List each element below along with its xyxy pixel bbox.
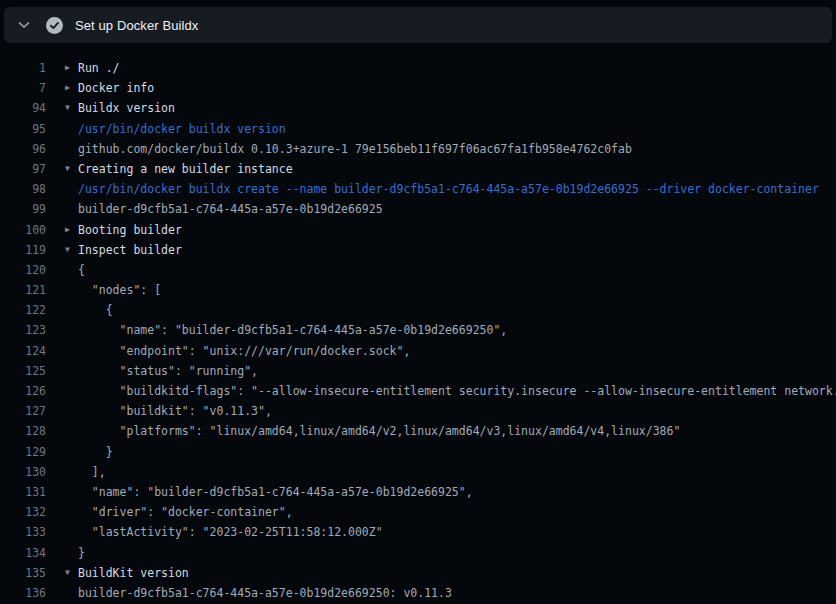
- output-text: "name": "builder-d9cfb5a1-c764-445a-a57e…: [78, 482, 473, 502]
- line-number[interactable]: 129: [0, 442, 46, 462]
- log-group-line[interactable]: 97▼Creating a new builder instance: [0, 159, 836, 179]
- log-group-line[interactable]: 100▶Booting builder: [0, 220, 836, 240]
- log-line: 122 {: [0, 300, 836, 320]
- line-number[interactable]: 131: [0, 482, 46, 502]
- log-line: 134}: [0, 543, 836, 563]
- line-number[interactable]: 94: [0, 98, 46, 118]
- log-line: 121 "nodes": [: [0, 280, 836, 300]
- log-line: 129 }: [0, 442, 836, 462]
- log-group-line[interactable]: 94▼Buildx version: [0, 98, 836, 118]
- triangle-right-icon[interactable]: ▶: [65, 58, 77, 78]
- output-text: ],: [78, 462, 106, 482]
- line-number[interactable]: 122: [0, 300, 46, 320]
- group-title[interactable]: Buildx version: [78, 98, 175, 118]
- output-text: "endpoint": "unix:///var/run/docker.sock…: [78, 341, 410, 361]
- line-number[interactable]: 125: [0, 361, 46, 381]
- line-number[interactable]: 134: [0, 543, 46, 563]
- line-number[interactable]: 124: [0, 341, 46, 361]
- line-number[interactable]: 120: [0, 260, 46, 280]
- log-line: 132 "driver": "docker-container",: [0, 502, 836, 522]
- step-header[interactable]: Set up Docker Buildx: [4, 7, 832, 43]
- line-number[interactable]: 100: [0, 220, 46, 240]
- output-text: github.com/docker/buildx 0.10.3+azure-1 …: [78, 139, 632, 159]
- line-number[interactable]: 7: [0, 78, 46, 98]
- line-number[interactable]: 128: [0, 421, 46, 441]
- output-text: "buildkit": "v0.11.3",: [78, 401, 272, 421]
- log-line: 128 "platforms": "linux/amd64,linux/amd6…: [0, 421, 836, 441]
- group-title[interactable]: Inspect builder: [78, 240, 182, 260]
- triangle-down-icon[interactable]: ▼: [65, 98, 77, 118]
- line-number[interactable]: 99: [0, 199, 46, 219]
- line-number[interactable]: 135: [0, 563, 46, 583]
- chevron-down-icon[interactable]: [16, 17, 32, 33]
- group-title[interactable]: BuildKit version: [78, 563, 189, 583]
- line-number[interactable]: 121: [0, 280, 46, 300]
- line-number[interactable]: 96: [0, 139, 46, 159]
- log-line: 136builder-d9cfb5a1-c764-445a-a57e-0b19d…: [0, 583, 836, 603]
- group-title[interactable]: Run ./: [78, 58, 120, 78]
- log-group-line[interactable]: 7▶Docker info: [0, 78, 836, 98]
- check-circle-icon: [46, 17, 63, 34]
- triangle-down-icon[interactable]: ▼: [65, 240, 77, 260]
- triangle-down-icon[interactable]: ▼: [65, 563, 77, 583]
- line-number[interactable]: 130: [0, 462, 46, 482]
- log-line: 95/usr/bin/docker buildx version: [0, 119, 836, 139]
- triangle-right-icon[interactable]: ▶: [65, 220, 77, 240]
- log-line: 98/usr/bin/docker buildx create --name b…: [0, 179, 836, 199]
- line-number[interactable]: 136: [0, 583, 46, 603]
- group-title[interactable]: Booting builder: [78, 220, 182, 240]
- line-number[interactable]: 1: [0, 58, 46, 78]
- log-line: 99builder-d9cfb5a1-c764-445a-a57e-0b19d2…: [0, 199, 836, 219]
- log-viewer: 1▶Run ./7▶Docker info94▼Buildx version95…: [0, 44, 836, 604]
- triangle-right-icon[interactable]: ▶: [65, 78, 77, 98]
- line-number[interactable]: 126: [0, 381, 46, 401]
- output-text: "nodes": [: [78, 280, 161, 300]
- group-title[interactable]: Docker info: [78, 78, 154, 98]
- output-text: "lastActivity": "2023-02-25T11:58:12.000…: [78, 522, 383, 542]
- line-number[interactable]: 95: [0, 119, 46, 139]
- line-number[interactable]: 132: [0, 502, 46, 522]
- output-text: {: [78, 300, 113, 320]
- output-text: }: [78, 543, 85, 563]
- log-line: 125 "status": "running",: [0, 361, 836, 381]
- log-line: 127 "buildkit": "v0.11.3",: [0, 401, 836, 421]
- output-text: }: [78, 442, 113, 462]
- log-line: 133 "lastActivity": "2023-02-25T11:58:12…: [0, 522, 836, 542]
- group-title[interactable]: Creating a new builder instance: [78, 159, 293, 179]
- log-line: 130 ],: [0, 462, 836, 482]
- log-line: 126 "buildkitd-flags": "--allow-insecure…: [0, 381, 836, 401]
- triangle-down-icon[interactable]: ▼: [65, 159, 77, 179]
- log-line: 123 "name": "builder-d9cfb5a1-c764-445a-…: [0, 320, 836, 340]
- output-text: builder-d9cfb5a1-c764-445a-a57e-0b19d2e6…: [78, 199, 383, 219]
- line-number[interactable]: 119: [0, 240, 46, 260]
- step-title: Set up Docker Buildx: [75, 18, 198, 33]
- log-line: 131 "name": "builder-d9cfb5a1-c764-445a-…: [0, 482, 836, 502]
- command-text: /usr/bin/docker buildx create --name bui…: [78, 179, 819, 199]
- log-line: 96github.com/docker/buildx 0.10.3+azure-…: [0, 139, 836, 159]
- line-number[interactable]: 133: [0, 522, 46, 542]
- output-text: {: [78, 260, 85, 280]
- line-number[interactable]: 98: [0, 179, 46, 199]
- output-text: "driver": "docker-container",: [78, 502, 293, 522]
- log-line: 120{: [0, 260, 836, 280]
- log-group-line[interactable]: 119▼Inspect builder: [0, 240, 836, 260]
- output-text: "platforms": "linux/amd64,linux/amd64/v2…: [78, 421, 680, 441]
- output-text: builder-d9cfb5a1-c764-445a-a57e-0b19d2e6…: [78, 583, 452, 603]
- output-text: "buildkitd-flags": "--allow-insecure-ent…: [78, 381, 836, 401]
- log-line: 124 "endpoint": "unix:///var/run/docker.…: [0, 341, 836, 361]
- log-group-line[interactable]: 1▶Run ./: [0, 58, 836, 78]
- output-text: "status": "running",: [78, 361, 258, 381]
- command-text: /usr/bin/docker buildx version: [78, 119, 286, 139]
- line-number[interactable]: 97: [0, 159, 46, 179]
- line-number[interactable]: 123: [0, 320, 46, 340]
- output-text: "name": "builder-d9cfb5a1-c764-445a-a57e…: [78, 320, 507, 340]
- line-number[interactable]: 127: [0, 401, 46, 421]
- log-group-line[interactable]: 135▼BuildKit version: [0, 563, 836, 583]
